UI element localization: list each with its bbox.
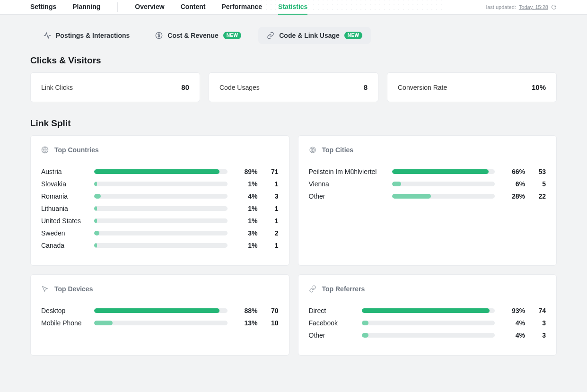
row-percent: 66% bbox=[502, 168, 525, 175]
card-header: Top Countries bbox=[41, 146, 279, 154]
row-percent: 28% bbox=[502, 192, 525, 200]
progress-fill bbox=[362, 308, 490, 313]
progress-bar bbox=[392, 169, 495, 174]
row-percent: 13% bbox=[235, 319, 258, 327]
row-percent: 1% bbox=[235, 217, 258, 225]
svg-point-5 bbox=[311, 148, 314, 152]
progress-bar bbox=[94, 231, 228, 235]
link-icon bbox=[267, 32, 274, 39]
row-label: Slovakia bbox=[41, 180, 87, 188]
progress-bar bbox=[392, 182, 495, 186]
card-top-cities: Top Cities Peilstein Im Mühlviertel66%53… bbox=[298, 135, 557, 266]
card-title: Top Devices bbox=[54, 285, 93, 293]
progress-bar bbox=[362, 333, 495, 338]
globe-icon bbox=[41, 146, 49, 154]
tab-code-link-usage[interactable]: Code & Link Usage NEW bbox=[258, 27, 371, 44]
row-label: Lithuania bbox=[41, 205, 87, 212]
list-item: Facebook4%3 bbox=[309, 319, 546, 327]
row-count: 1 bbox=[265, 242, 279, 249]
cursor-icon bbox=[41, 285, 49, 293]
progress-fill bbox=[94, 243, 97, 248]
rows: Austria89%71Slovakia1%1Romania4%3Lithuan… bbox=[41, 168, 279, 249]
row-percent: 1% bbox=[235, 242, 258, 249]
row-count: 74 bbox=[533, 307, 546, 314]
refresh-icon[interactable] bbox=[551, 4, 557, 10]
last-updated-time[interactable]: Today, 15:28 bbox=[519, 4, 548, 10]
row-label: Other bbox=[309, 192, 385, 200]
list-item: Slovakia1%1 bbox=[41, 180, 279, 188]
progress-bar bbox=[94, 169, 228, 174]
list-item: Sweden3%2 bbox=[41, 229, 279, 237]
row-count: 10 bbox=[265, 319, 279, 327]
list-item: Austria89%71 bbox=[41, 168, 279, 175]
kpi-row: Link Clicks 80 Code Usages 8 Conversion … bbox=[30, 72, 557, 102]
row-percent: 4% bbox=[502, 319, 525, 327]
nav-statistics[interactable]: Statistics bbox=[278, 0, 307, 15]
progress-bar bbox=[94, 321, 228, 325]
rows: Desktop88%70Mobile Phone13%10 bbox=[41, 307, 279, 327]
row-percent: 3% bbox=[235, 229, 258, 237]
progress-bar bbox=[94, 308, 228, 313]
progress-fill bbox=[94, 169, 219, 174]
row-percent: 4% bbox=[502, 331, 525, 339]
nav-overview[interactable]: Overview bbox=[135, 0, 164, 15]
list-item: Other4%3 bbox=[309, 331, 546, 339]
row-label: Mobile Phone bbox=[41, 319, 87, 327]
last-updated-prefix: last updated: bbox=[486, 4, 516, 10]
progress-bar bbox=[94, 194, 228, 199]
row-label: Canada bbox=[41, 242, 87, 249]
list-item: Direct93%74 bbox=[309, 307, 546, 314]
link-split-grid: Top Countries Austria89%71Slovakia1%1Rom… bbox=[30, 135, 557, 356]
activity-icon bbox=[44, 32, 51, 39]
nav-planning[interactable]: Planning bbox=[72, 0, 100, 15]
progress-fill bbox=[94, 321, 113, 325]
list-item: Vienna6%5 bbox=[309, 180, 546, 188]
kpi-link-clicks: Link Clicks 80 bbox=[30, 72, 200, 102]
list-item: Other28%22 bbox=[309, 192, 546, 200]
row-percent: 4% bbox=[235, 192, 258, 200]
list-item: Desktop88%70 bbox=[41, 307, 279, 314]
progress-bar bbox=[362, 308, 495, 313]
row-label: Sweden bbox=[41, 229, 87, 237]
row-count: 1 bbox=[265, 217, 279, 225]
progress-fill bbox=[362, 321, 368, 325]
nav-settings[interactable]: Settings bbox=[30, 0, 56, 15]
last-updated: last updated: Today, 15:28 bbox=[486, 4, 557, 10]
nav-content[interactable]: Content bbox=[181, 0, 206, 15]
kpi-value: 8 bbox=[364, 83, 368, 91]
kpi-value: 80 bbox=[181, 83, 189, 91]
progress-fill bbox=[362, 333, 368, 338]
row-percent: 93% bbox=[502, 307, 525, 314]
row-count: 71 bbox=[265, 168, 279, 175]
svg-point-6 bbox=[312, 149, 313, 150]
row-count: 53 bbox=[533, 168, 546, 175]
card-header: Top Referrers bbox=[309, 285, 546, 293]
tab-postings-interactions[interactable]: Postings & Interactions bbox=[35, 27, 138, 44]
nav-performance[interactable]: Performance bbox=[222, 0, 263, 15]
dollar-icon bbox=[155, 32, 163, 39]
svg-point-4 bbox=[310, 147, 315, 153]
progress-fill bbox=[392, 182, 402, 186]
row-label: United States bbox=[41, 217, 87, 225]
kpi-label: Link Clicks bbox=[41, 84, 73, 91]
kpi-label: Code Usages bbox=[219, 84, 260, 91]
progress-bar bbox=[94, 218, 228, 223]
progress-bar bbox=[94, 243, 228, 248]
link-icon bbox=[309, 285, 316, 293]
progress-fill bbox=[94, 308, 219, 313]
card-header: Top Devices bbox=[41, 285, 279, 293]
row-count: 3 bbox=[533, 331, 546, 339]
section-title-clicks: Clicks & Visitors bbox=[30, 55, 557, 66]
progress-bar bbox=[362, 321, 495, 325]
kpi-label: Conversion Rate bbox=[398, 84, 447, 91]
kpi-conversion-rate: Conversion Rate 10% bbox=[387, 72, 557, 102]
card-title: Top Cities bbox=[322, 146, 354, 154]
card-title: Top Referrers bbox=[322, 285, 365, 293]
card-title: Top Countries bbox=[54, 146, 99, 154]
list-item: Peilstein Im Mühlviertel66%53 bbox=[309, 168, 546, 175]
tab-cost-revenue[interactable]: Cost & Revenue NEW bbox=[147, 27, 250, 44]
kpi-code-usages: Code Usages 8 bbox=[209, 72, 378, 102]
progress-fill bbox=[392, 169, 489, 174]
card-top-devices: Top Devices Desktop88%70Mobile Phone13%1… bbox=[30, 274, 289, 356]
subtabs: Postings & Interactions Cost & Revenue N… bbox=[35, 27, 557, 44]
